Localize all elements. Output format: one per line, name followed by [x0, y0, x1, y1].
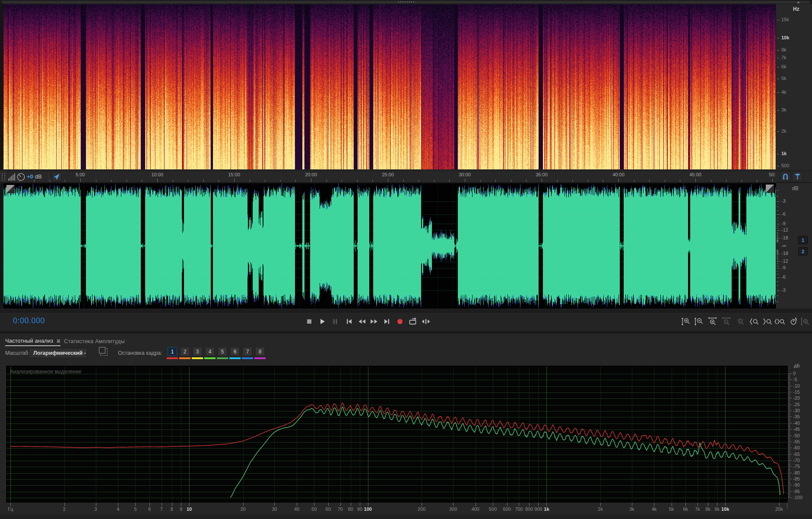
zoom-out-horizontal-button[interactable] [720, 316, 732, 327]
db-ruler-tick [777, 214, 780, 215]
freq-axis-tick [600, 503, 601, 506]
channel-2-button[interactable]: 2 [798, 247, 808, 255]
timeline-tick [65, 180, 65, 182]
waveform-left-grip-icon[interactable] [6, 185, 15, 194]
freq-axis-tick [64, 503, 65, 506]
panel-drag-bar[interactable] [0, 0, 812, 4]
stop-button[interactable] [303, 315, 315, 328]
db-ruler-tick [777, 201, 780, 202]
plot-db-tick [788, 469, 790, 469]
spectrogram-display[interactable] [3, 4, 776, 169]
timeline-tick [19, 180, 19, 182]
copy-snapshot-icon[interactable] [100, 348, 108, 356]
gain-value[interactable]: +0dB [27, 173, 42, 180]
scale-label: Масштаб: [5, 350, 30, 356]
snap-magnet-button[interactable] [780, 172, 790, 181]
zoom-out-vertical-button[interactable] [693, 316, 704, 327]
freq-axis-label: 700 [515, 506, 523, 512]
plot-db-tick [788, 388, 790, 388]
hz-ruler-tick [777, 110, 779, 111]
hz-ruler-label: 7k [781, 55, 787, 60]
tab-frequency-analysis[interactable]: Частотный анализ ≡ [5, 336, 60, 346]
hold-button-3[interactable]: 3 [193, 347, 202, 356]
frequency-plot[interactable] [6, 366, 787, 502]
hold-button-5[interactable]: 5 [218, 347, 227, 356]
hold-button-6[interactable]: 6 [230, 347, 240, 356]
plot-db-tick [788, 481, 790, 482]
loop-playback-button[interactable] [407, 315, 419, 328]
db-ruler-tick [777, 274, 778, 274]
zoom-in-horizontal-button[interactable] [707, 316, 718, 327]
play-button[interactable] [316, 315, 328, 328]
zoom-to-out-point-button[interactable] [761, 316, 773, 327]
waveform-display[interactable] [3, 183, 776, 309]
record-button[interactable] [394, 315, 406, 328]
hold-button-1[interactable]: 1 [168, 347, 177, 356]
plot-db-label: -35 [793, 414, 800, 419]
hz-ruler-label: 8k [781, 47, 787, 52]
hz-ruler-tick [777, 79, 779, 79]
hud-drag-handle[interactable] [1, 172, 6, 181]
playhead-time-display[interactable]: 0:00.000 [13, 316, 45, 325]
freq-axis-tick [672, 503, 672, 506]
panel-menu-icon[interactable]: ≡ [57, 337, 60, 344]
db-ruler-label: -∞ [781, 243, 787, 248]
timeline-tick [665, 180, 665, 182]
freq-axis-tick [360, 503, 360, 506]
zoom-in-vertical-button[interactable] [680, 316, 691, 327]
hud-timeline-row[interactable]: +0dB 5:0010:0015:0020:0025:0030:0035:004… [0, 171, 812, 183]
rewind-button[interactable] [356, 315, 368, 328]
timeline-label: 20:00 [305, 172, 317, 177]
plot-db-tick [788, 480, 790, 481]
zoom-to-in-point-button[interactable] [748, 316, 760, 327]
freq-axis-tick [519, 503, 519, 506]
freq-axis-label: 1k [544, 506, 549, 512]
hold-button-2[interactable]: 2 [180, 347, 190, 356]
hold-label: Остановка кадра: [118, 350, 162, 356]
timeline-tick [695, 178, 696, 182]
zoom-time-button[interactable] [788, 316, 799, 327]
plot-db-ruler[interactable]: дБ 0-5-10-15-20-25-30-35-40-45-50-55-60-… [788, 362, 812, 505]
freq-axis-label: 4k [652, 506, 657, 512]
skip-to-start-button[interactable] [343, 315, 355, 328]
freq-axis-tick [708, 503, 708, 506]
panel-bottom-strip [0, 515, 812, 519]
db-ruler-tick [777, 256, 778, 256]
freq-axis-label: 10k [721, 506, 729, 512]
hold-button-4[interactable]: 4 [205, 347, 215, 356]
frequency-ruler[interactable]: 15k10k8k7k6k5k4k3k2k1k500 [776, 4, 812, 170]
plot-db-tick [788, 398, 792, 398]
plot-db-tick [788, 470, 790, 471]
fast-forward-button[interactable] [368, 315, 380, 328]
channel-1-button[interactable]: 1 [798, 236, 808, 244]
plot-db-tick [788, 382, 790, 382]
zoom-reset-button[interactable] [734, 316, 746, 327]
skip-selection-button[interactable] [420, 315, 432, 328]
tab-amplitude-statistics[interactable]: Статистика Амплитуды [64, 336, 124, 346]
hold-button-8[interactable]: 8 [255, 347, 265, 356]
plot-frequency-axis[interactable]: Гц23456789102030405060708090100200300400… [6, 503, 788, 515]
db-ruler-tick [777, 250, 778, 250]
panel-grip-dots-icon [397, 1, 415, 3]
plot-db-tick [788, 373, 792, 374]
zoom-full-button[interactable] [799, 316, 811, 327]
skip-to-end-button[interactable] [381, 315, 393, 328]
freq-axis-tick [493, 503, 493, 506]
ruler-menu-caret-icon[interactable]: ▾ [797, 0, 799, 5]
hold-button-7[interactable]: 7 [243, 347, 252, 356]
marker-pin-button[interactable] [792, 172, 802, 181]
amplitude-ruler[interactable]: -3-6-9-12-18-∞-18-12-9-6-3 [776, 183, 812, 309]
freq-axis-label: 800 [525, 506, 533, 512]
gain-knob-icon[interactable] [16, 172, 25, 181]
freq-axis-tick [717, 503, 717, 506]
hud-pin-button[interactable] [52, 172, 61, 181]
db-ruler-tick [777, 253, 778, 253]
plot-db-tick [788, 378, 790, 379]
pause-button[interactable] [329, 315, 341, 328]
waveform-right-grip-icon[interactable] [765, 184, 774, 193]
zoom-to-selection-button[interactable] [774, 316, 786, 327]
freq-axis-tick [135, 503, 136, 506]
scale-select[interactable]: Логарифмический ⌄ [29, 348, 87, 358]
plot-db-tick [788, 491, 792, 492]
db-ruler-tick [777, 221, 778, 221]
